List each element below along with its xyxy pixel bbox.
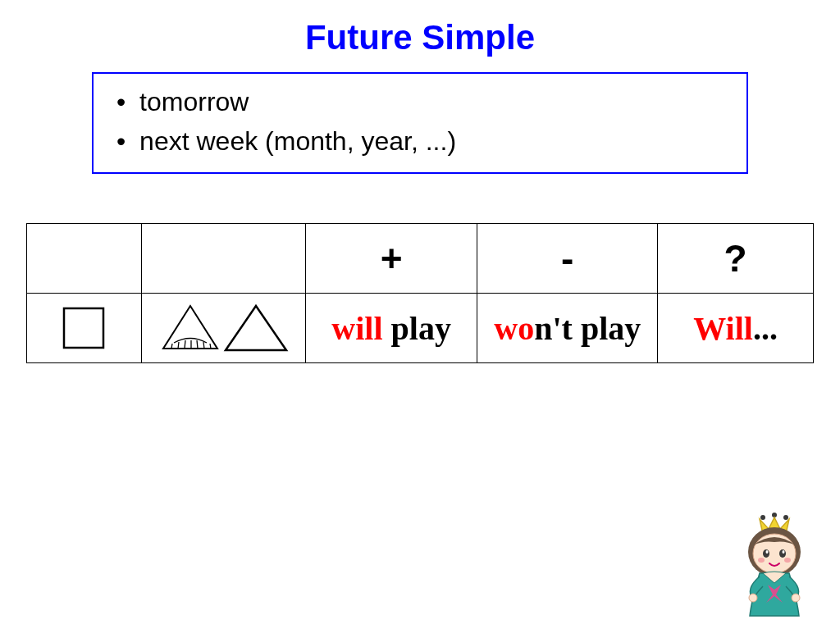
svg-point-17 xyxy=(766,550,769,554)
triangles-icon xyxy=(153,299,293,357)
affirmative-header: + xyxy=(305,224,477,294)
time-markers-box: tomorrow next week (month, year, ...) xyxy=(92,72,748,174)
svg-line-7 xyxy=(203,342,204,349)
shape-cell-square xyxy=(27,294,142,363)
svg-line-6 xyxy=(197,340,198,349)
svg-rect-0 xyxy=(64,308,103,348)
aux-verb: wo xyxy=(494,310,534,347)
question-header: ? xyxy=(658,224,814,294)
svg-point-21 xyxy=(749,594,757,602)
aux-verb: will xyxy=(331,310,382,347)
question-cell: Will... xyxy=(658,294,814,363)
empty-header xyxy=(141,224,305,294)
empty-header xyxy=(27,224,142,294)
main-verb: play xyxy=(383,310,451,347)
page-title: Future Simple xyxy=(0,18,840,57)
svg-line-4 xyxy=(185,340,185,349)
negative-header: - xyxy=(477,224,658,294)
square-icon xyxy=(59,303,108,353)
svg-line-3 xyxy=(178,342,179,349)
affirmative-cell: will play xyxy=(305,294,477,363)
svg-marker-9 xyxy=(226,306,286,350)
svg-point-22 xyxy=(792,594,800,602)
svg-point-15 xyxy=(763,549,769,558)
svg-point-20 xyxy=(784,558,791,563)
negative-cell: won't play xyxy=(477,294,658,363)
svg-point-16 xyxy=(779,549,786,558)
princess-character-icon xyxy=(735,511,825,618)
svg-point-19 xyxy=(758,558,765,563)
svg-point-18 xyxy=(783,550,785,554)
shape-cell-triangles xyxy=(141,294,305,363)
grammar-table: + - ? xyxy=(26,223,814,363)
table-header-row: + - ? xyxy=(27,224,814,294)
svg-marker-1 xyxy=(163,306,217,349)
main-verb: n't play xyxy=(534,310,641,347)
table-row: will play won't play Will... xyxy=(27,294,814,363)
bullet-item: next week (month, year, ...) xyxy=(110,121,730,161)
bullet-item: tomorrow xyxy=(110,82,730,121)
svg-point-12 xyxy=(783,515,788,520)
svg-point-10 xyxy=(760,515,765,520)
ellipsis: ... xyxy=(753,310,778,347)
aux-verb: Will xyxy=(693,310,753,347)
